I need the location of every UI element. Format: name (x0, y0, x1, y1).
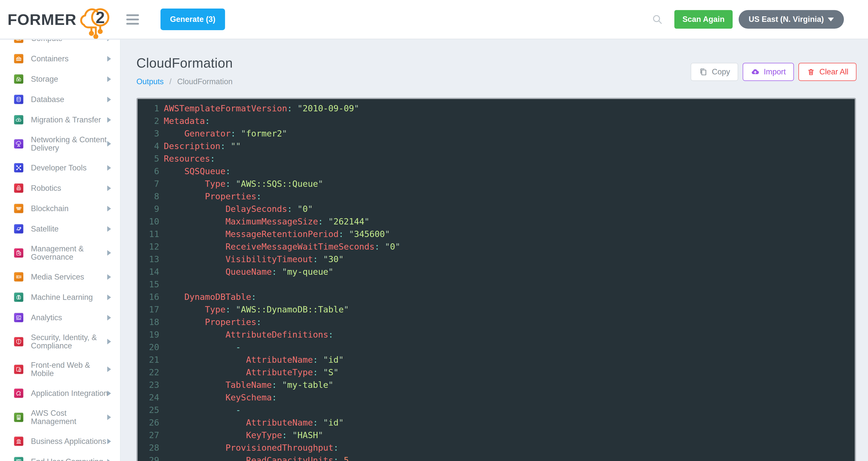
networking-icon (14, 139, 23, 149)
sidebar-item-developer-tools[interactable]: Developer Tools (0, 157, 120, 178)
sidebar-item-label: AWS Cost Management (31, 409, 109, 426)
robotics-icon (14, 183, 23, 193)
code-line-14: 14 QueueName: "my-queue" (137, 265, 855, 278)
sidebar-item-label: Containers (31, 55, 109, 63)
code-line-1: 1AWSTemplateFormatVersion: "2010-09-09" (137, 102, 855, 115)
copy-label: Copy (712, 67, 730, 77)
sidebar-item-label: Management & Governance (31, 244, 109, 261)
code-line-26: 26 AttributeName: "id" (137, 416, 855, 429)
chevron-right-icon (107, 56, 111, 62)
sidebar-item-label: End User Computing (31, 458, 109, 461)
sidebar-item-satellite[interactable]: Satellite (0, 219, 120, 239)
sidebar-item-label: Security, Identity, & Compliance (31, 333, 109, 350)
code-line-28: 28 ProvisionedThroughput: (137, 441, 855, 454)
sidebar-item-robotics[interactable]: Robotics (0, 178, 120, 198)
region-dropdown[interactable]: US East (N. Virginia) (739, 10, 844, 29)
line-number: 16 (137, 291, 159, 303)
hamburger-menu-icon[interactable] (126, 12, 139, 27)
sidebar-item-migration-transfer[interactable]: Migration & Transfer (0, 110, 120, 130)
sidebar-item-front-end-web-mobile[interactable]: Front-end Web & Mobile (0, 355, 120, 383)
breadcrumb-separator: / (169, 77, 172, 86)
storage-icon (14, 75, 23, 84)
chevron-right-icon (107, 185, 111, 191)
cloudformation-code-editor[interactable]: 1AWSTemplateFormatVersion: "2010-09-09"2… (136, 98, 856, 461)
search-icon[interactable] (651, 13, 663, 25)
line-number: 26 (137, 416, 159, 429)
sidebar-item-label: Satellite (31, 225, 109, 233)
line-number: 17 (137, 303, 159, 316)
media-icon (14, 272, 23, 282)
code-line-22: 22 AttributeType: "S" (137, 366, 855, 379)
database-icon (14, 95, 23, 104)
line-number: 13 (137, 253, 159, 265)
logo-cloud-icon: 2 (75, 3, 115, 39)
logo-text: FORMER (7, 10, 76, 28)
code-line-27: 27 KeyType: "HASH" (137, 429, 855, 441)
chevron-right-icon (107, 206, 111, 211)
sidebar-item-machine-learning[interactable]: Machine Learning (0, 287, 120, 308)
line-number: 14 (137, 265, 159, 278)
blockchain-icon (14, 204, 23, 213)
chevron-right-icon (107, 141, 111, 147)
sidebar-item-label: Front-end Web & Mobile (31, 361, 109, 378)
line-number: 8 (137, 190, 159, 203)
sidebar-item-aws-cost-management[interactable]: AWS Cost Management (0, 403, 120, 431)
management-icon (14, 248, 23, 258)
sidebar-item-networking-content-delivery[interactable]: Networking & Content Delivery (0, 130, 120, 157)
line-number: 27 (137, 429, 159, 441)
breadcrumb-outputs-link[interactable]: Outputs (136, 77, 164, 86)
code-line-29: 29 ReadCapacityUnits: 5 (137, 454, 855, 461)
chevron-right-icon (107, 391, 111, 396)
chevron-right-icon (107, 367, 111, 372)
sidebar-item-storage[interactable]: Storage (0, 69, 120, 89)
chevron-right-icon (107, 274, 111, 280)
line-number: 22 (137, 366, 159, 379)
code-line-17: 17 Type: "AWS::DynamoDB::Table" (137, 303, 855, 316)
header-right-group: Scan Again US East (N. Virginia) (651, 10, 868, 29)
code-line-18: 18 Properties: (137, 316, 855, 328)
chevron-right-icon (107, 97, 111, 102)
sidebar-item-label: Developer Tools (31, 164, 109, 172)
sidebar-item-application-integration[interactable]: Application Integration (0, 383, 120, 403)
sidebar-item-compute[interactable]: Compute (0, 40, 120, 49)
import-button[interactable]: Import (743, 63, 794, 81)
line-number: 12 (137, 240, 159, 253)
main-content: CloudFormation Outputs / CloudFormation … (121, 40, 868, 461)
chevron-right-icon (107, 226, 111, 232)
line-number: 9 (137, 203, 159, 215)
sidebar-item-management-governance[interactable]: Management & Governance (0, 239, 120, 267)
code-line-3: 3 Generator: "former2" (137, 127, 855, 140)
sidebar-item-business-applications[interactable]: Business Applications (0, 431, 120, 452)
line-number: 18 (137, 316, 159, 328)
code-line-13: 13 VisibilityTimeout: "30" (137, 253, 855, 265)
security-icon (14, 337, 23, 346)
sidebar-item-label: Migration & Transfer (31, 116, 109, 124)
sidebar-item-database[interactable]: Database (0, 89, 120, 110)
chevron-right-icon (107, 339, 111, 344)
sidebar-item-label: Networking & Content Delivery (31, 136, 109, 152)
code-line-6: 6 SQSQueue: (137, 165, 855, 177)
sidebar-item-blockchain[interactable]: Blockchain (0, 198, 120, 219)
sidebar-item-label: Storage (31, 75, 109, 83)
line-number: 6 (137, 165, 159, 177)
sidebar-item-security-identity-compliance[interactable]: Security, Identity, & Compliance (0, 328, 120, 355)
sidebar-item-media-services[interactable]: Media Services (0, 267, 120, 287)
code-line-21: 21 AttributeName: "id" (137, 353, 855, 366)
cloud-upload-icon (751, 67, 760, 77)
clear-all-button[interactable]: Clear All (799, 63, 857, 81)
line-number: 11 (137, 228, 159, 240)
code-line-10: 10 MaximumMessageSize: "262144" (137, 215, 855, 228)
sidebar-item-end-user-computing[interactable]: End User Computing (0, 452, 120, 461)
scan-again-button[interactable]: Scan Again (674, 10, 733, 29)
copy-button[interactable]: Copy (691, 63, 738, 81)
sidebar-item-analytics[interactable]: Analytics (0, 308, 120, 328)
line-number: 2 (137, 115, 159, 127)
services-sidebar: ComputeContainersStorageDatabaseMigratio… (0, 40, 121, 461)
sidebar-item-containers[interactable]: Containers (0, 49, 120, 69)
chevron-right-icon (107, 295, 111, 300)
generate-button[interactable]: Generate (3) (160, 8, 225, 30)
containers-icon (14, 54, 23, 63)
sidebar-item-label: Application Integration (31, 389, 109, 397)
line-number: 19 (137, 328, 159, 341)
copy-icon (699, 67, 708, 77)
